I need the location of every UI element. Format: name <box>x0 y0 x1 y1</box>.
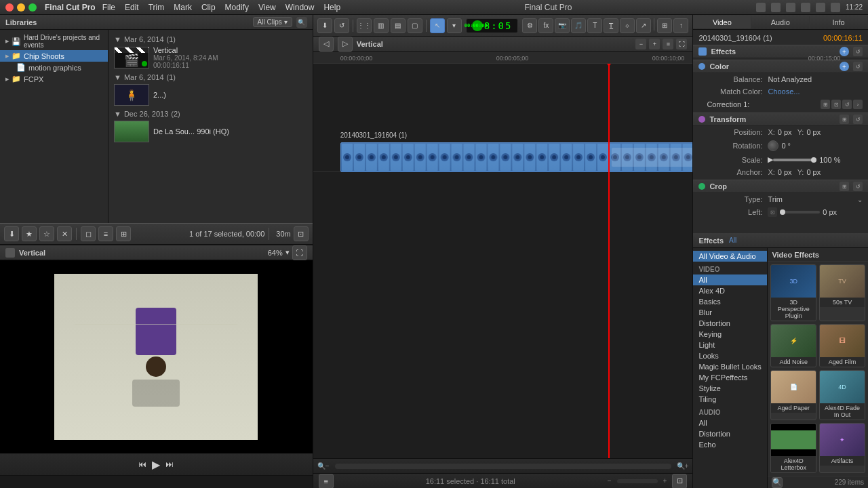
menu-modify[interactable]: Modify <box>225 3 249 12</box>
video-scope-btn[interactable]: 📷 <box>555 18 570 33</box>
tl-zoom-in[interactable]: + <box>649 39 660 49</box>
correction-btn-4[interactable]: › <box>853 100 863 109</box>
eff-cat-looks[interactable]: Looks <box>693 350 767 361</box>
zoom-out-icon[interactable]: 🔍− <box>317 462 330 470</box>
star-empty-button[interactable]: ☆ <box>39 226 54 241</box>
crop-grid-btn[interactable]: ⊞ <box>840 182 849 191</box>
effect-alex4d-fade[interactable]: 4D Alex4D Fade In Out <box>819 370 865 420</box>
effects-search-btn[interactable]: 🔍 <box>772 477 783 488</box>
tree-item-chip[interactable]: ▶ 📁 Chip Shoots <box>0 50 108 62</box>
crop-reset-btn[interactable]: ↺ <box>853 182 863 191</box>
menu-trim[interactable]: Trim <box>149 3 165 12</box>
eff-cat-stylize[interactable]: Stylize <box>693 383 767 394</box>
zoom-in-status[interactable]: + <box>663 477 667 485</box>
star-button[interactable]: ★ <box>22 226 37 241</box>
titlebar-icon-1[interactable] <box>756 3 766 12</box>
go-to-end-button[interactable]: ⏭ <box>165 460 174 469</box>
import-button[interactable]: ⬇ <box>4 226 19 241</box>
menu-help[interactable]: Help <box>323 3 340 12</box>
clip-appearance-button[interactable]: ◻ <box>81 226 96 241</box>
effect-add-noise[interactable]: ⚡ Add Noise <box>770 324 816 367</box>
tl-zoom-out[interactable]: − <box>635 39 646 49</box>
magnetic-timeline-btn[interactable]: ⋮⋮ <box>357 18 372 33</box>
correction-btn-2[interactable]: ⊡ <box>831 100 841 109</box>
eff-cat-audio-all[interactable]: All <box>693 418 767 428</box>
effects-add-btn[interactable]: + <box>840 47 849 56</box>
tl-fullscreen[interactable]: ⛶ <box>676 39 687 49</box>
play-button[interactable]: ▶ <box>152 458 160 471</box>
eff-cat-blur[interactable]: Blur <box>693 307 767 318</box>
effects-browser-btn[interactable]: fx <box>538 18 553 33</box>
select-tool-btn[interactable]: ↖ <box>430 18 445 33</box>
tab-info[interactable]: Info <box>810 16 868 28</box>
effect-letterbox[interactable]: Alex4D Letterbox <box>770 423 816 473</box>
effects-all-toggle[interactable]: All <box>729 237 736 244</box>
zoom-out-status[interactable]: − <box>608 477 612 485</box>
effect-aged-film[interactable]: 🎞 Aged Film <box>819 324 865 367</box>
menu-window[interactable]: Window <box>285 3 315 12</box>
effect-artifacts[interactable]: ✦ Artifacts <box>819 423 865 473</box>
go-to-start-button[interactable]: ⏮ <box>138 460 146 469</box>
zoom-btn[interactable]: ⊡ <box>294 226 309 241</box>
import-btn[interactable]: ⬇ <box>317 18 332 33</box>
clip-person[interactable]: 🧍 2...) <box>111 83 310 107</box>
choose-button[interactable]: Choose... <box>768 87 800 96</box>
menu-mark[interactable]: Mark <box>174 3 192 12</box>
tab-audio[interactable]: Audio <box>751 16 810 28</box>
correction-btn-1[interactable]: ⊞ <box>821 100 830 109</box>
eff-cat-video-all[interactable]: All <box>693 274 767 285</box>
color-add-btn[interactable]: + <box>840 62 849 71</box>
effects-reset-btn[interactable]: ↺ <box>853 47 863 56</box>
status-view-btn[interactable]: ⊡ <box>672 474 687 489</box>
reject-button[interactable]: ✕ <box>57 226 72 241</box>
tl-clip-appearance[interactable]: ≡ <box>663 39 673 49</box>
effect-aged-paper[interactable]: 📄 Aged Paper <box>770 370 816 420</box>
eff-cat-light[interactable]: Light <box>693 340 767 350</box>
correction-btn-3[interactable]: ↺ <box>842 100 852 109</box>
undo-btn[interactable]: ↺ <box>334 18 349 33</box>
maximize-button[interactable] <box>28 3 37 12</box>
eff-cat-all-video[interactable]: All Video & Audio <box>693 251 767 262</box>
export-btn[interactable]: ↑ <box>673 18 688 33</box>
timeline-scrollbar[interactable] <box>335 464 671 469</box>
transform-grid-btn[interactable]: ⊞ <box>840 115 849 124</box>
list-view-button[interactable]: ≡ <box>98 226 113 241</box>
tree-item-hdd[interactable]: ▶ 💾 Hard Drive's projects and events <box>0 33 108 50</box>
all-clips-dropdown[interactable]: All Clips ▾ <box>253 17 292 27</box>
crop-left-slider[interactable] <box>780 211 820 214</box>
titlebar-icon-wifi[interactable] <box>831 3 840 12</box>
eff-cat-magic[interactable]: Magic Bullet Looks <box>693 361 767 372</box>
titlebar-icon-5[interactable] <box>816 3 825 12</box>
trim-tool-btn[interactable]: ▾ <box>447 18 462 33</box>
menu-view[interactable]: View <box>258 3 276 12</box>
gap-btn[interactable]: ▢ <box>408 18 422 33</box>
scale-slider[interactable] <box>773 159 816 161</box>
eff-cat-tiling[interactable]: Tiling <box>693 394 767 405</box>
titlebar-icon-2[interactable] <box>771 3 781 12</box>
effect-3d-perspective[interactable]: 3D 3D Perspective Plugin <box>770 264 816 321</box>
tree-item-motion[interactable]: 📄 motion graphics <box>0 62 108 73</box>
menu-edit[interactable]: Edit <box>125 3 139 12</box>
eff-cat-keying[interactable]: Keying <box>693 329 767 340</box>
rotation-dial[interactable] <box>768 140 778 151</box>
effect-50s-tv[interactable]: TV 50s TV <box>819 264 865 321</box>
connected-btn[interactable]: ▤ <box>391 18 406 33</box>
clip-green[interactable]: De La Sou... 990i (HQ) <box>111 119 310 144</box>
text-btn[interactable]: T <box>587 18 602 33</box>
video-clip-main[interactable] <box>340 142 693 172</box>
share-btn[interactable]: ↗ <box>636 18 651 33</box>
library-search-button[interactable]: 🔍 <box>296 17 307 28</box>
status-icon-left[interactable]: ≡ <box>319 474 334 489</box>
menu-clip[interactable]: Clip <box>201 3 216 12</box>
layout-btn[interactable]: ⊞ <box>657 18 672 33</box>
close-button[interactable] <box>5 3 14 12</box>
eff-cat-audio-echo[interactable]: Echo <box>693 439 767 450</box>
generator-btn[interactable]: ⟐ <box>620 18 635 33</box>
eff-cat-alex4d[interactable]: Alex 4D <box>693 285 767 296</box>
tab-video[interactable]: Video <box>693 16 751 28</box>
audio-meter-btn[interactable]: 🎵 <box>571 18 586 33</box>
eff-cat-distortion[interactable]: Distortion <box>693 318 767 329</box>
menu-file[interactable]: File <box>102 3 115 12</box>
color-reset-btn[interactable]: ↺ <box>853 62 863 71</box>
eff-cat-audio-dist[interactable]: Distortion <box>693 428 767 439</box>
